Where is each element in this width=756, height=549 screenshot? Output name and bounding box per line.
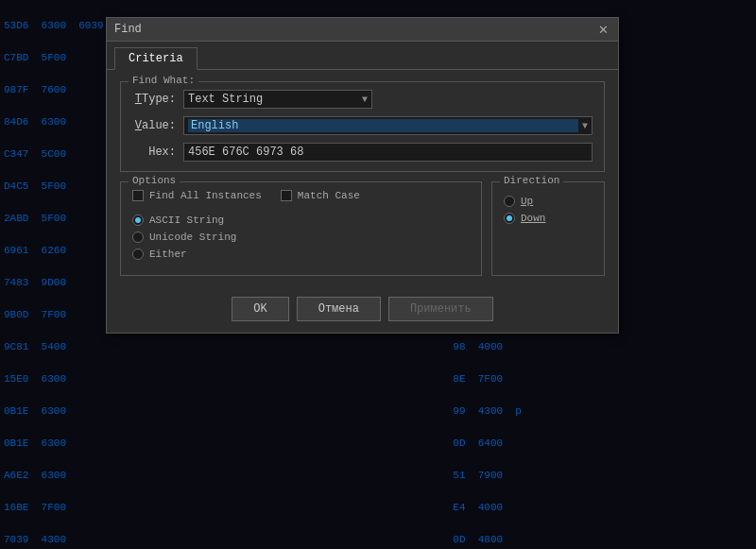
unicode-label: Unicode String: [149, 232, 236, 243]
find-dialog: Find ✕ Criteria Find What: TType: Text S…: [106, 17, 619, 334]
find-all-row: Find All Instances: [132, 190, 262, 201]
button-row: OK Отмена Применить: [120, 297, 605, 321]
either-label: Either: [149, 249, 187, 260]
tab-criteria[interactable]: Criteria: [114, 47, 198, 70]
lower-section: Options Find All Instances Match Case: [120, 181, 605, 285]
down-row: Down: [504, 213, 593, 224]
hex-value: 456E 676C 6973 68: [183, 143, 593, 162]
dialog-body: Find What: TType: Text String ▼ Value: E…: [107, 70, 618, 333]
direction-label: Direction: [500, 175, 563, 186]
up-label: Up: [521, 196, 533, 207]
dialog-title: Find: [114, 23, 142, 36]
apply-button[interactable]: Применить: [388, 297, 493, 321]
ok-button[interactable]: OK: [232, 297, 288, 321]
options-label: Options: [129, 175, 180, 186]
unicode-row: Unicode String: [132, 232, 470, 243]
close-button[interactable]: ✕: [596, 24, 610, 36]
ascii-label: ASCII String: [149, 214, 224, 226]
find-all-checkbox[interactable]: [132, 190, 144, 201]
value-dropdown[interactable]: English ▼: [183, 116, 593, 135]
cancel-button[interactable]: Отмена: [297, 297, 381, 321]
tab-bar: Criteria: [107, 42, 618, 70]
up-radio[interactable]: [504, 196, 515, 207]
either-radio[interactable]: [132, 249, 144, 260]
value-dropdown-arrow: ▼: [582, 121, 588, 131]
match-case-checkbox[interactable]: [281, 190, 292, 201]
ascii-row: ASCII String: [132, 214, 470, 226]
hex-row: Hex: 456E 676C 6973 68: [132, 143, 593, 162]
type-row: TType: Text String ▼: [132, 90, 593, 109]
up-row: Up: [504, 196, 593, 207]
find-what-label: Find What:: [129, 75, 198, 86]
hex-label: Hex:: [132, 146, 176, 159]
unicode-radio[interactable]: [132, 232, 144, 243]
type-dropdown[interactable]: Text String ▼: [183, 90, 372, 109]
type-dropdown-arrow: ▼: [362, 94, 368, 105]
down-label: Down: [521, 213, 545, 224]
options-top-row: Find All Instances Match Case: [132, 190, 470, 207]
match-case-label: Match Case: [298, 190, 360, 201]
type-value: Text String: [188, 93, 358, 106]
ascii-radio[interactable]: [132, 214, 144, 226]
down-radio[interactable]: [504, 213, 515, 224]
value-row: Value: English ▼: [132, 116, 593, 135]
either-row: Either: [132, 249, 470, 260]
find-all-label: Find All Instances: [149, 190, 262, 201]
value-text: English: [188, 119, 578, 132]
type-label: TType:: [132, 93, 176, 106]
direction-group: Direction Up Down: [491, 181, 605, 276]
match-case-row: Match Case: [281, 190, 360, 201]
options-group: Options Find All Instances Match Case: [120, 181, 482, 276]
find-what-group: Find What: TType: Text String ▼ Value: E…: [120, 81, 605, 172]
value-label: Value:: [132, 119, 176, 132]
title-bar: Find ✕: [107, 18, 618, 42]
